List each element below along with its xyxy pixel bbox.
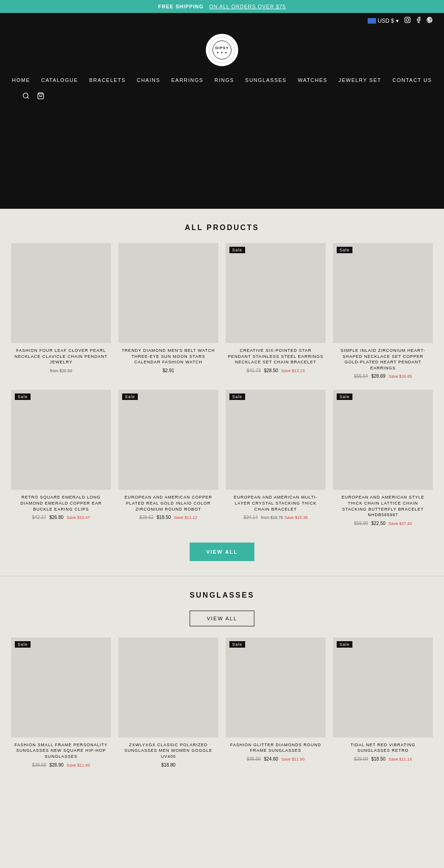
price-save: Save $26.85	[388, 374, 412, 379]
product-image: Sale	[226, 390, 326, 490]
product-card[interactable]: Sale TIDAL NET RED VIBRATING SUNGLASSES …	[333, 637, 433, 771]
svg-point-1	[406, 19, 409, 21]
price-save: Save $15.38	[284, 515, 308, 520]
product-price: $29.62 $18.50 Save $11.12	[120, 515, 216, 520]
price-original: $41.73	[247, 368, 261, 373]
product-card[interactable]: ZXWLYXGX CLASSIC POLARIZED SUNGLASSES ME…	[118, 637, 218, 771]
sunglasses-view-all-button[interactable]: VIEW ALL	[190, 611, 254, 626]
product-card[interactable]: Sale EUROPEAN AND AMERICAN COPPER PLATED…	[118, 390, 218, 529]
sunglasses-grid: Sale FASHION SMALL FRAME PERSONALITY SUN…	[11, 637, 433, 771]
sale-badge: Sale	[229, 393, 245, 400]
product-card[interactable]: Sale FASHION GLITTER DIAMONDS ROUND FRAM…	[226, 637, 326, 771]
nav-catalogue[interactable]: CATALOGUE	[41, 77, 78, 83]
banner-link[interactable]: ON ALL ORDERS OVER $75	[209, 4, 286, 9]
svg-point-7	[23, 93, 28, 98]
price-from: from $20.50	[50, 368, 72, 373]
product-info: FASHION FOUR LEAF CLOVER PEARL NECKLACE …	[11, 343, 111, 377]
nav-watches[interactable]: WATCHES	[298, 77, 327, 83]
product-card[interactable]: Sale RETRO SQUARE EMERALD LONG DIAMOND E…	[11, 390, 111, 529]
product-info: FASHION SMALL FRAME PERSONALITY SUNGLASS…	[11, 737, 111, 771]
product-image: Sale	[333, 390, 433, 490]
cart-button[interactable]	[37, 92, 44, 101]
product-image	[11, 243, 111, 343]
price-from: from $18.76	[261, 515, 283, 520]
product-image: Sale	[333, 637, 433, 737]
product-price: $41.73 $28.50 Save $13.23	[228, 368, 324, 373]
price-sale: $28.50	[264, 368, 278, 373]
nav-sunglasses[interactable]: SUNGLASSES	[245, 77, 287, 83]
product-price: $59.90 $22.50 Save $37.40	[335, 521, 431, 526]
nav-rings[interactable]: RINGS	[215, 77, 234, 83]
product-name: SIMPLE INLAID ZIRCONIUM HEART-SHAPED NEC…	[335, 348, 431, 371]
logo-area[interactable]: GIPSY ✦ ✦ ✦	[11, 28, 433, 72]
sunglasses-title: SUNGLASSES	[11, 591, 433, 599]
svg-line-8	[27, 97, 29, 99]
product-price: from $20.50	[13, 368, 109, 373]
nav-contact-us[interactable]: CONTACT US	[392, 77, 432, 83]
flag-icon	[368, 18, 376, 24]
sale-badge: Sale	[15, 393, 31, 400]
product-price: $34.14 from $18.76 Save $15.38	[228, 515, 324, 520]
social-icons	[404, 17, 433, 25]
price-sale: $18.50	[157, 515, 171, 520]
product-price: $36.50 $24.60 Save $11.90	[228, 756, 324, 762]
search-button[interactable]	[22, 92, 30, 101]
site-header: USD $ ▾ GIPSY ✦ ✦ ✦ HOME CATAL	[0, 13, 444, 107]
sale-badge: Sale	[337, 247, 352, 253]
main-nav: HOME CATALOGUE BRACELETS CHAINS EARRINGS…	[11, 72, 433, 88]
price-save: Save $15.47	[67, 515, 90, 520]
currency-label: USD $	[378, 18, 394, 24]
product-name: EUROPEAN AND AMERICAN COPPER PLATED REAL…	[120, 494, 216, 512]
product-info: EUROPEAN AND AMERICAN COPPER PLATED REAL…	[118, 490, 218, 524]
price-sale: $26.90	[49, 762, 64, 768]
product-info: TIDAL NET RED VIBRATING SUNGLASSES RETRO…	[333, 737, 433, 765]
product-name: FASHION FOUR LEAF CLOVER PEARL NECKLACE …	[13, 348, 109, 365]
view-all-button[interactable]: VIEW ALL	[190, 543, 254, 561]
nav-chains[interactable]: CHAINS	[137, 77, 160, 83]
product-card[interactable]: Sale SIMPLE INLAID ZIRCONIUM HEART-SHAPE…	[333, 243, 433, 382]
nav-home[interactable]: HOME	[12, 77, 30, 83]
product-info: RETRO SQUARE EMERALD LONG DIAMOND EMERAL…	[11, 490, 111, 524]
product-name: EUROPEAN AND AMERICAN MULTI-LAYER CRYSTA…	[228, 494, 324, 512]
product-price: $42.27 $26.80 Save $15.47	[13, 515, 109, 520]
product-card[interactable]: TRENDY DIAMOND MEN'S BELT WATCH THREE-EY…	[118, 243, 218, 382]
all-products-title: ALL PRODUCTS	[11, 224, 433, 232]
price-save: Save $11.90	[281, 757, 305, 762]
product-name: TRENDY DIAMOND MEN'S BELT WATCH THREE-EY…	[120, 348, 216, 365]
product-price: $55.54 $28.69 Save $26.85	[335, 374, 431, 379]
product-card[interactable]: Sale CREATIVE SIX-POINTED STAR PENDANT S…	[226, 243, 326, 382]
product-info: TRENDY DIAMOND MEN'S BELT WATCH THREE-EY…	[118, 343, 218, 377]
product-image: Sale	[226, 243, 326, 343]
price-sale: $18.50	[371, 756, 386, 762]
nav-utility-icons	[11, 88, 433, 107]
price-original: $29.60	[354, 756, 368, 762]
svg-rect-0	[405, 17, 410, 23]
price-sale: $26.80	[49, 515, 64, 520]
pinterest-icon[interactable]	[426, 17, 433, 25]
product-info: FASHION GLITTER DIAMONDS ROUND FRAME SUN…	[226, 737, 326, 765]
product-card[interactable]: Sale EUROPEAN AND AMERICAN STYLE THICK C…	[333, 390, 433, 529]
facebook-icon[interactable]	[415, 17, 422, 25]
instagram-icon[interactable]	[404, 17, 411, 25]
nav-bracelets[interactable]: BRACELETS	[89, 77, 126, 83]
top-banner: FREE SHIPPING ON ALL ORDERS OVER $75	[0, 0, 444, 13]
price-save: Save $13.23	[281, 368, 305, 373]
product-name: EUROPEAN AND AMERICAN STYLE THICK CHAIN …	[335, 494, 431, 518]
product-name: FASHION GLITTER DIAMONDS ROUND FRAME SUN…	[228, 742, 324, 754]
product-card[interactable]: Sale EUROPEAN AND AMERICAN MULTI-LAYER C…	[226, 390, 326, 529]
product-card[interactable]: FASHION FOUR LEAF CLOVER PEARL NECKLACE …	[11, 243, 111, 382]
product-price: $38.50 $26.90 Save $11.60	[13, 762, 109, 768]
nav-earrings[interactable]: EARRINGS	[171, 77, 203, 83]
product-image: Sale	[333, 243, 433, 343]
chevron-down-icon: ▾	[396, 18, 399, 24]
price-save: Save $37.40	[388, 521, 412, 526]
nav-jewelry-set[interactable]: JEWELRY SET	[339, 77, 382, 83]
banner-text: FREE SHIPPING	[158, 4, 204, 9]
currency-selector[interactable]: USD $ ▾	[368, 18, 399, 24]
product-card[interactable]: Sale FASHION SMALL FRAME PERSONALITY SUN…	[11, 637, 111, 771]
logo[interactable]: GIPSY ✦ ✦ ✦	[206, 34, 238, 66]
price-save: Save $11.16	[388, 757, 412, 762]
price-original: $55.54	[354, 374, 368, 379]
product-info: EUROPEAN AND AMERICAN STYLE THICK CHAIN …	[333, 490, 433, 529]
price-regular: $18.80	[161, 762, 176, 768]
